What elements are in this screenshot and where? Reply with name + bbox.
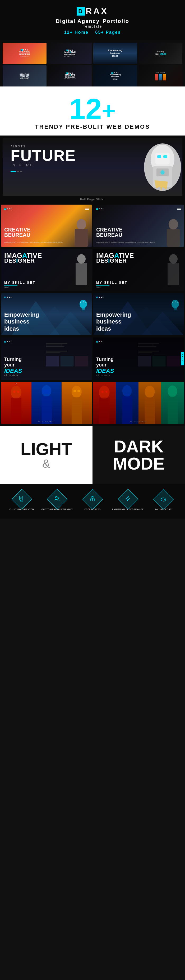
dark-side: DARK MODE xyxy=(92,426,185,484)
feature-diamond-4 xyxy=(121,492,135,506)
customization-icon xyxy=(54,496,60,503)
turn-header: DRAX xyxy=(4,340,89,342)
document-icon xyxy=(19,496,24,503)
features-grid: FULLY DOCUMENTED CUSTOMIZATION FRIENDLY xyxy=(5,492,180,511)
emp-logo: DRAX xyxy=(4,296,89,298)
feature-customization: CUSTOMIZATION FRIENDLY xyxy=(41,492,74,511)
tagline2: Portfolio xyxy=(103,18,129,24)
card-top-dark: DRAX xyxy=(96,208,181,210)
svg-rect-15 xyxy=(167,263,179,285)
svg-rect-59 xyxy=(43,390,50,394)
turn-card-light: DRAX Turningyour IDEAS into products xyxy=(1,337,92,380)
svg-point-56 xyxy=(17,391,19,393)
nav-arrows xyxy=(11,171,76,172)
svg-rect-85 xyxy=(161,499,162,500)
svg-rect-22 xyxy=(82,309,85,310)
svg-rect-65 xyxy=(99,398,110,424)
badge-plus: + xyxy=(102,99,116,123)
blue-label-text: BLUE ORANGE xyxy=(1,421,92,422)
svg-point-64 xyxy=(99,386,110,399)
turn-ideas-dark: IDEAS xyxy=(96,368,181,374)
svg-point-55 xyxy=(13,391,15,393)
card-top: DRAX xyxy=(4,208,89,210)
svg-point-52 xyxy=(11,386,21,399)
svg-point-8 xyxy=(77,219,86,230)
blue-card-light: ◆ xyxy=(1,382,92,424)
logo-rest: RAX xyxy=(85,6,108,16)
hamburger xyxy=(85,208,89,210)
header-subtitle: Digital Agency Portfolio xyxy=(5,18,180,24)
svg-rect-74 xyxy=(19,496,23,500)
thumb-1: DRAX CREATIVEBEUREAU OUR IDEOLOGY xyxy=(3,43,47,64)
feature-free-assets: FREE ASSETS xyxy=(76,492,109,511)
col-2 xyxy=(31,382,62,424)
thumb-8: BLUE ORANGE xyxy=(139,65,183,86)
creative-card-dark: DRAX CREATIVE BEUREAU OUR GEOLOGY IS TO … xyxy=(93,205,184,247)
person-imag xyxy=(74,254,89,286)
svg-rect-61 xyxy=(72,397,82,424)
imag-overlay-light: IMAGATIVE DESIGNER MY SKILL SET ABOUT xyxy=(1,249,92,291)
thumb-7: DRAX Empoweringbusinessideas xyxy=(93,65,137,86)
thumb-2: DRAX IMAGATIVEDESIGNER MY SKILL SET xyxy=(48,43,92,64)
svg-rect-32 xyxy=(174,309,177,310)
col-4-dark xyxy=(161,382,184,424)
blue-orange-row: ◆ xyxy=(0,382,185,425)
svg-rect-58 xyxy=(42,396,52,424)
blue-label-dark-text: BLUE ORANGE xyxy=(93,421,184,422)
svg-point-60 xyxy=(72,386,82,398)
blue-columns-dark xyxy=(93,382,184,424)
badge-number: 12 xyxy=(69,94,102,123)
mode-text: MODE xyxy=(113,455,165,472)
svg-marker-84 xyxy=(126,496,130,501)
headphone-icon xyxy=(161,496,166,503)
features-section: FULLY DOCUMENTED CUSTOMIZATION FRIENDLY xyxy=(0,484,185,519)
thumb-6: DRAX IMAGATIVEDESIGNER MY SKILL SET xyxy=(48,65,92,86)
imag-card-dark: IMAGATIVE DESIGNER MY SKILL SET ABOUT xyxy=(93,249,184,291)
person-area xyxy=(71,218,92,247)
svg-rect-69 xyxy=(122,396,132,424)
turn-sub: into products xyxy=(4,374,89,377)
badge-number-row: 12 + xyxy=(5,94,180,123)
bulb-icon xyxy=(79,300,88,313)
pages-count: 12+ Home 65+ Pages xyxy=(5,30,180,35)
blue-columns: ◆ xyxy=(1,382,92,424)
col-3-dark xyxy=(138,382,161,424)
imaginative-row: IMAGATIVE DESIGNER MY SKILL SET ABOUT xyxy=(0,249,185,292)
fullpage-demo: AIBOTS FUTURE IS HERE xyxy=(0,135,185,205)
svg-rect-3 xyxy=(157,155,161,158)
feature-lightning: LIGHTNING PERFORMANCE xyxy=(111,492,144,511)
svg-rect-21 xyxy=(82,308,85,309)
turn-title: Turningyour xyxy=(4,357,89,368)
logo-d: D xyxy=(77,7,85,16)
feature-diamond-5 xyxy=(156,492,171,506)
svg-rect-31 xyxy=(174,308,177,309)
svg-point-70 xyxy=(145,386,155,398)
svg-point-20 xyxy=(80,300,87,308)
light-side: LIGHT & xyxy=(0,426,92,484)
badge-title: TRENDY PRE-BULIT WEB DEMOS xyxy=(5,123,180,130)
svg-point-63 xyxy=(77,390,80,392)
blue-label: BLUE ORANGE xyxy=(1,421,92,422)
full-page-label: Full Page Slider xyxy=(3,196,182,202)
svg-rect-2 xyxy=(155,153,170,164)
blue-card-dark: BLUE ORANGE xyxy=(93,382,184,424)
svg-point-72 xyxy=(168,385,177,397)
feature-diamond-1 xyxy=(14,492,29,506)
logo: D RAX xyxy=(5,6,180,16)
creative-card-light: DRAX CREATIVE BEUREAU OUR IDEOLOGY IS TO… xyxy=(1,205,92,247)
svg-point-30 xyxy=(172,300,179,308)
feature-support: 24/7 SUPPORT xyxy=(147,492,180,511)
svg-rect-13 xyxy=(76,263,87,285)
ampersand: & xyxy=(42,458,50,469)
thumb-3: Empoweringbusinessideas xyxy=(93,43,137,64)
tagline3: Template xyxy=(5,24,180,29)
tagline1: Digital Agency xyxy=(56,18,100,24)
person-area-dark xyxy=(163,218,184,247)
svg-point-14 xyxy=(169,254,178,264)
badge-section: 12 + TRENDY PRE-BULIT WEB DEMOS xyxy=(0,86,185,135)
svg-rect-71 xyxy=(145,397,155,424)
emp-overlay-dark: DRAX Empoweringbusinessideas xyxy=(93,293,184,336)
about-badge: ABOUT xyxy=(181,352,184,366)
emp-content-dark: Empoweringbusinessideas xyxy=(96,311,181,332)
emp-logo-dark: DRAX xyxy=(96,296,181,298)
